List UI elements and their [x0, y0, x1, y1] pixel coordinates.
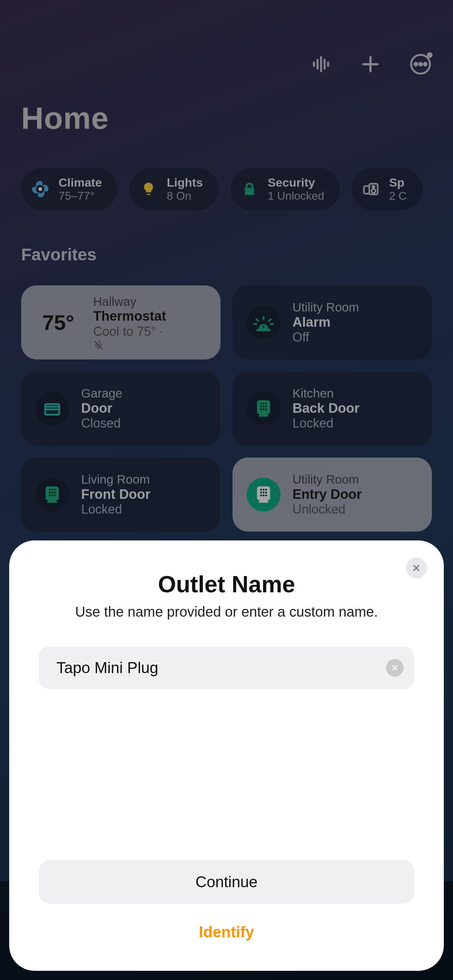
continue-button[interactable]: Continue	[39, 860, 414, 904]
modal-title: Outlet Name	[39, 571, 414, 598]
modal-subtitle: Use the name provided or enter a custom …	[39, 604, 414, 620]
outlet-name-modal: Outlet Name Use the name provided or ent…	[9, 541, 444, 971]
identify-button[interactable]: Identify	[39, 915, 414, 950]
outlet-name-input[interactable]	[56, 659, 386, 677]
clear-input-button[interactable]	[386, 659, 404, 677]
close-button[interactable]	[406, 557, 427, 579]
